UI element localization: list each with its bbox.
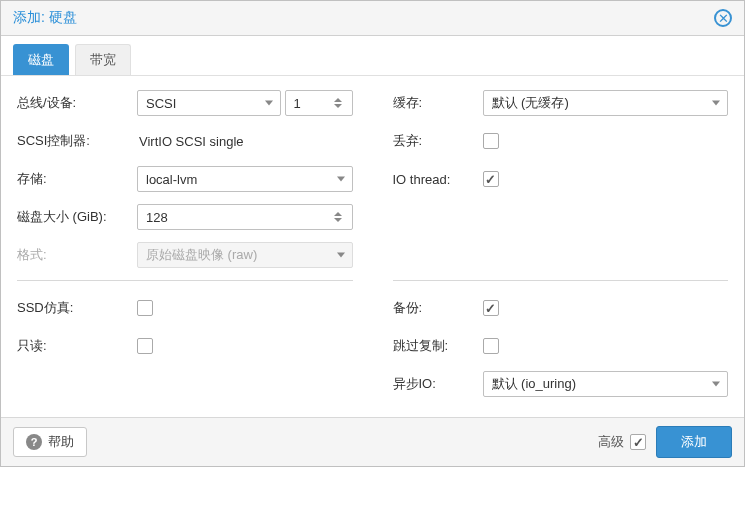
ssd-emulation-label: SSD仿真: [17,299,137,317]
skip-replication-checkbox[interactable] [483,338,499,354]
close-icon[interactable]: ✕ [714,9,732,27]
discard-label: 丢弃: [393,132,483,150]
help-button[interactable]: ? 帮助 [13,427,87,457]
separator [393,280,729,281]
footer: ? 帮助 高级 添加 [1,417,744,466]
iothread-checkbox[interactable] [483,171,499,187]
advanced-checkbox[interactable] [630,434,646,450]
format-select: 原始磁盘映像 (raw) [137,242,353,268]
discard-checkbox[interactable] [483,133,499,149]
advanced-label: 高级 [598,433,624,451]
spinner-arrows-icon[interactable] [334,205,348,229]
disk-size-spinner[interactable]: 128 [137,204,353,230]
disk-size-label: 磁盘大小 (GiB): [17,208,137,226]
left-column: 总线/设备: SCSI 1 SCSI控制器: VirtIO S [17,90,353,409]
storage-select[interactable]: local-lvm [137,166,353,192]
bus-device-label: 总线/设备: [17,94,137,112]
add-button[interactable]: 添加 [656,426,732,458]
format-select-value: 原始磁盘映像 (raw) [146,246,257,264]
separator [17,280,353,281]
help-button-label: 帮助 [48,433,74,451]
add-hard-disk-dialog: 添加: 硬盘 ✕ 磁盘 带宽 总线/设备: SCSI 1 [0,0,745,467]
tabs: 磁盘 带宽 [1,36,744,76]
dialog-title: 添加: 硬盘 [13,9,77,27]
ssd-emulation-checkbox[interactable] [137,300,153,316]
titlebar: 添加: 硬盘 ✕ [1,1,744,36]
dialog-body: 总线/设备: SCSI 1 SCSI控制器: VirtIO S [1,76,744,417]
readonly-checkbox[interactable] [137,338,153,354]
readonly-label: 只读: [17,337,137,355]
format-label: 格式: [17,246,137,264]
right-column: 缓存: 默认 (无缓存) 丢弃: IO thread: [393,90,729,409]
tab-disk[interactable]: 磁盘 [13,44,69,75]
disk-size-value: 128 [146,210,168,225]
skip-replication-label: 跳过复制: [393,337,483,355]
async-io-label: 异步IO: [393,375,483,393]
async-io-select[interactable]: 默认 (io_uring) [483,371,729,397]
cache-label: 缓存: [393,94,483,112]
advanced-toggle[interactable]: 高级 [598,433,646,451]
help-icon: ? [26,434,42,450]
device-number-value: 1 [294,96,301,111]
backup-checkbox[interactable] [483,300,499,316]
bus-select[interactable]: SCSI [137,90,281,116]
iothread-label: IO thread: [393,172,483,187]
device-number-spinner[interactable]: 1 [285,90,353,116]
scsi-controller-value: VirtIO SCSI single [137,134,244,149]
cache-select-value: 默认 (无缓存) [492,94,569,112]
spinner-arrows-icon[interactable] [334,91,348,115]
backup-label: 备份: [393,299,483,317]
async-io-select-value: 默认 (io_uring) [492,375,577,393]
storage-select-value: local-lvm [146,172,197,187]
tab-bandwidth[interactable]: 带宽 [75,44,131,75]
bus-select-value: SCSI [146,96,176,111]
scsi-controller-label: SCSI控制器: [17,132,137,150]
storage-label: 存储: [17,170,137,188]
cache-select[interactable]: 默认 (无缓存) [483,90,729,116]
